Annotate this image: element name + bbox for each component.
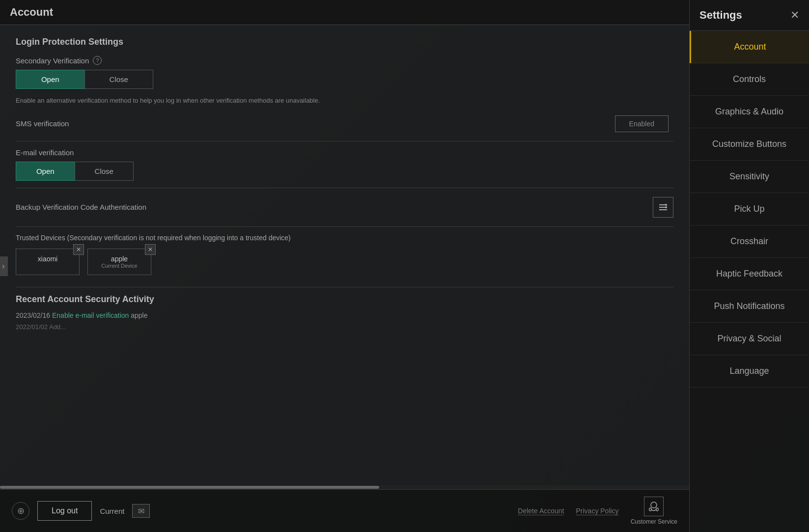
activity1-action: Enable e-mail verification	[52, 311, 129, 319]
svg-rect-2	[659, 209, 667, 210]
backup-list-icon-button[interactable]	[653, 197, 673, 218]
page-title: Account	[10, 6, 53, 19]
secondary-info-text: Enable an alternative verification metho…	[16, 96, 360, 106]
content-area: › Account Login Protection Settings Seco…	[0, 0, 689, 532]
device-chip-apple: ✕ apple Current Device	[87, 249, 151, 275]
sidebar-item-crosshair[interactable]: Crosshair	[690, 225, 809, 258]
sidebar-item-account[interactable]: Account	[690, 31, 809, 63]
activity-row-2: 2022/01/02 Add...	[16, 323, 673, 331]
backup-verification-label: Backup Verification Code Authentication	[16, 203, 146, 211]
sidebar-item-graphics-audio[interactable]: Graphics & Audio	[690, 96, 809, 128]
crosshair-icon: ⊕	[12, 502, 29, 520]
trusted-devices-label: Trusted Devices (Secondary verification …	[16, 234, 673, 242]
settings-panel: › Account Login Protection Settings Seco…	[0, 0, 809, 532]
activity-row-1: 2023/02/16 Enable e-mail verification ap…	[16, 311, 673, 319]
device-name-apple: apple	[111, 255, 128, 263]
sms-verification-label: SMS verification	[16, 119, 69, 128]
logout-button[interactable]: Log out	[37, 501, 92, 521]
sms-verification-row: SMS verification Enabled	[16, 115, 673, 132]
sidebar-items: Account Controls Graphics & Audio Custom…	[690, 31, 809, 532]
sms-enabled-badge[interactable]: Enabled	[615, 115, 669, 132]
sidebar-item-haptic-feedback[interactable]: Haptic Feedback	[690, 258, 809, 290]
secondary-verification-help-icon[interactable]: ?	[93, 56, 102, 65]
secondary-verification-toggle: Open Close	[16, 70, 153, 89]
device-remove-xiaomi[interactable]: ✕	[73, 244, 84, 255]
customer-service-box[interactable]: Customer Service	[631, 497, 677, 525]
svg-rect-7	[656, 508, 658, 511]
headset-svg	[647, 500, 660, 513]
bottom-right: Delete Account Privacy Policy Customer S…	[518, 497, 677, 525]
secondary-verification-label: Secondary Verification ?	[16, 56, 673, 65]
activity1-date: 2023/02/16	[16, 311, 50, 319]
bottom-left: ⊕ Log out Current ✉	[12, 501, 150, 521]
settings-title: Settings	[699, 9, 742, 22]
activity1-device: apple	[131, 311, 147, 319]
customer-service-label: Customer Service	[631, 518, 677, 525]
top-bar: Account	[0, 0, 689, 25]
device-name-xiaomi: xiaomi	[38, 255, 57, 263]
left-arrow-button[interactable]: ›	[0, 256, 8, 276]
sidebar-item-pick-up[interactable]: Pick Up	[690, 193, 809, 225]
sidebar-item-sensitivity[interactable]: Sensitivity	[690, 161, 809, 193]
scroll-thumb	[0, 486, 379, 489]
device-sublabel-apple: Current Device	[98, 263, 141, 269]
privacy-policy-link[interactable]: Privacy Policy	[576, 507, 618, 515]
divider-2	[16, 188, 673, 188]
email-close-button[interactable]: Close	[75, 162, 134, 181]
device-remove-apple[interactable]: ✕	[145, 244, 156, 255]
svg-rect-6	[649, 508, 651, 511]
list-icon	[658, 202, 668, 212]
divider-4	[16, 287, 673, 287]
close-settings-button[interactable]: ✕	[790, 9, 799, 22]
secondary-open-button[interactable]: Open	[16, 70, 84, 89]
email-open-button[interactable]: Open	[16, 162, 75, 181]
device-chip-xiaomi: ✕ xiaomi	[16, 249, 80, 275]
recent-activity-title: Recent Account Security Activity	[16, 294, 673, 305]
secondary-close-button[interactable]: Close	[84, 70, 154, 89]
sidebar-item-language[interactable]: Language	[690, 355, 809, 388]
scroll-bar[interactable]	[0, 485, 689, 489]
scroll-content: Login Protection Settings Secondary Veri…	[0, 25, 689, 485]
svg-point-5	[651, 502, 657, 508]
email-verification-toggle: Open Close	[16, 162, 134, 181]
divider-3	[16, 226, 673, 227]
sidebar-item-privacy-social[interactable]: Privacy & Social	[690, 323, 809, 355]
sidebar: Settings ✕ Account Controls Graphics & A…	[689, 0, 809, 532]
delete-account-link[interactable]: Delete Account	[518, 507, 564, 515]
sidebar-item-controls[interactable]: Controls	[690, 63, 809, 96]
svg-rect-4	[665, 206, 667, 208]
sidebar-item-customize-buttons[interactable]: Customize Buttons	[690, 128, 809, 161]
activity2-partial: 2022/01/02 Add...	[16, 323, 66, 331]
svg-rect-3	[665, 204, 667, 206]
email-icon-box[interactable]: ✉	[132, 504, 150, 518]
trusted-devices-list: ✕ xiaomi ✕ apple Current Device	[16, 249, 673, 275]
current-label: Current	[100, 507, 124, 515]
login-protection-title: Login Protection Settings	[16, 37, 673, 47]
backup-verification-row: Backup Verification Code Authentication	[16, 197, 673, 218]
settings-header: Settings ✕	[690, 0, 809, 31]
divider-1	[16, 141, 673, 141]
customer-service-icon	[644, 497, 664, 516]
email-verification-label: E-mail verification	[16, 148, 673, 157]
sidebar-item-push-notifications[interactable]: Push Notifications	[690, 290, 809, 323]
bottom-bar: ⊕ Log out Current ✉ Delete Account Priva…	[0, 489, 689, 532]
